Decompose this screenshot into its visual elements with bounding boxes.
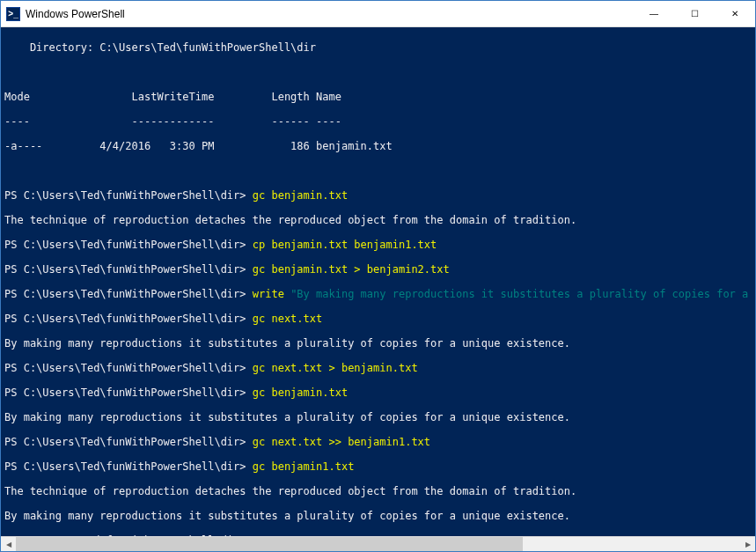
output-line: By making many reproductions it substitu… xyxy=(4,337,752,350)
output-line: By making many reproductions it substitu… xyxy=(4,411,752,423)
minimize-button[interactable]: — xyxy=(634,1,674,27)
scroll-right-icon[interactable]: ▶ xyxy=(740,537,755,551)
maximize-button[interactable]: ☐ xyxy=(674,1,715,27)
listing-header-sep: ---- ------------- ------ ---- xyxy=(4,115,752,128)
directory-line: Directory: C:\Users\Ted\funWithPowerShel… xyxy=(4,41,752,54)
scroll-thumb[interactable] xyxy=(16,537,523,551)
horizontal-scrollbar[interactable]: ◀ ▶ xyxy=(1,536,755,551)
command-arg: "By making many reproductions it substit… xyxy=(290,288,755,300)
output-line: By making many reproductions it substitu… xyxy=(4,510,752,522)
titlebar: >_ Windows PowerShell — ☐ ✕ xyxy=(1,1,755,27)
prompt-line: PS C:\Users\Ted\funWithPowerShell\dir> g… xyxy=(4,436,752,448)
powershell-icon: >_ xyxy=(6,7,20,21)
command-text: gc benjamin.txt > benjamin2.txt xyxy=(253,263,450,276)
command-text: cp benjamin.txt benjamin1.txt xyxy=(253,239,437,251)
listing-header: Mode LastWriteTime Length Name xyxy=(4,91,752,103)
prompt-line: PS C:\Users\Ted\funWithPowerShell\dir> g… xyxy=(4,362,752,374)
command-text: write xyxy=(253,288,290,300)
output-line: The technique of reproduction detaches t… xyxy=(4,214,752,226)
output-line: The technique of reproduction detaches t… xyxy=(4,485,752,497)
window-title: Windows PowerShell xyxy=(26,8,125,20)
prompt-line: PS C:\Users\Ted\funWithPowerShell\dir> w… xyxy=(4,288,752,300)
command-text: gc next.txt > benjamin.txt xyxy=(253,362,418,374)
listing-row: -a---- 4/4/2016 3:30 PM 186 benjamin.txt xyxy=(4,140,752,152)
prompt-line: PS C:\Users\Ted\funWithPowerShell\dir> c… xyxy=(4,239,752,251)
scroll-left-icon[interactable]: ◀ xyxy=(1,537,16,551)
command-text: gc next.txt xyxy=(253,313,322,325)
prompt-line[interactable]: PS C:\Users\Ted\funWithPowerShell\dir> xyxy=(4,534,752,536)
prompt-line: PS C:\Users\Ted\funWithPowerShell\dir> g… xyxy=(4,460,752,473)
prompt-line: PS C:\Users\Ted\funWithPowerShell\dir> g… xyxy=(4,313,752,325)
scroll-track[interactable] xyxy=(16,537,740,551)
prompt-line: PS C:\Users\Ted\funWithPowerShell\dir> g… xyxy=(4,189,752,202)
command-text: gc benjamin1.txt xyxy=(253,460,355,473)
command-text: gc benjamin.txt xyxy=(253,189,348,202)
command-text: gc next.txt >> benjamin1.txt xyxy=(253,436,430,448)
command-text: gc benjamin.txt xyxy=(253,386,348,399)
prompt-line: PS C:\Users\Ted\funWithPowerShell\dir> g… xyxy=(4,386,752,399)
prompt-line: PS C:\Users\Ted\funWithPowerShell\dir> g… xyxy=(4,263,752,276)
close-button[interactable]: ✕ xyxy=(715,1,755,27)
terminal[interactable]: Directory: C:\Users\Ted\funWithPowerShel… xyxy=(1,27,755,536)
